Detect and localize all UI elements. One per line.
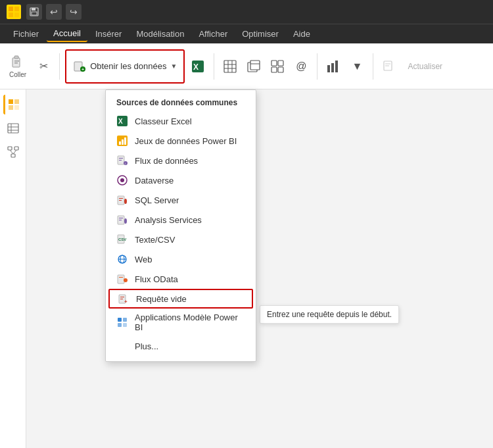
svg-rect-51 xyxy=(122,139,124,145)
paste-button[interactable]: Coller xyxy=(5,48,30,85)
svg-rect-27 xyxy=(278,67,283,72)
excel-label: Classeur Excel xyxy=(135,116,192,126)
canvas: Sources de données communes X Classeur E… xyxy=(26,89,493,448)
sidebar-report-icon[interactable] xyxy=(3,95,23,114)
svg-rect-2 xyxy=(9,12,13,17)
actualiser-button[interactable]: Actualiser xyxy=(402,59,448,74)
svg-rect-44 xyxy=(11,154,15,157)
separator-3 xyxy=(317,53,317,80)
menu-optimiser[interactable]: Optimiser xyxy=(235,26,285,41)
menu-fichier[interactable]: Fichier xyxy=(7,26,45,41)
svg-rect-0 xyxy=(9,7,13,11)
separator-4 xyxy=(373,53,373,80)
redo-button[interactable]: ↪ xyxy=(66,4,82,20)
apps-label: Applications Modèle Power BI xyxy=(135,312,245,332)
menu-aide[interactable]: Aide xyxy=(287,26,317,41)
dropdown-item-flux[interactable]: ↑ Flux de données xyxy=(106,151,256,170)
dropdown-section-title: Sources de données communes xyxy=(106,95,256,111)
menu-afficher[interactable]: Afficher xyxy=(192,26,234,41)
svg-rect-74 xyxy=(119,277,123,278)
refresh-icon[interactable] xyxy=(379,56,400,77)
svg-rect-83 xyxy=(123,323,127,327)
title-bar-actions: ↩ ↪ xyxy=(26,4,82,20)
separator-1 xyxy=(59,53,60,80)
menu-inserer[interactable]: Insérer xyxy=(89,26,128,41)
svg-rect-82 xyxy=(118,323,122,327)
apps-icon xyxy=(116,316,128,328)
svg-rect-38 xyxy=(8,124,18,133)
dropdown-item-powerbi[interactable]: Jeux de données Power BI xyxy=(106,131,256,151)
more-button[interactable]: ▼ xyxy=(346,56,367,77)
get-data-button[interactable]: + Obtenir les données ▼ xyxy=(65,49,185,84)
tooltip: Entrez une requête depuis le début. xyxy=(260,305,399,324)
svg-rect-30 xyxy=(335,61,338,72)
plus-label: Plus... xyxy=(135,341,158,351)
dropdown-item-requete[interactable]: + Requête vide xyxy=(108,289,253,309)
at-button[interactable]: @ xyxy=(291,56,312,77)
separator-2 xyxy=(214,53,214,80)
sidebar-model-icon[interactable] xyxy=(3,142,23,162)
dropdown-item-web[interactable]: Web xyxy=(106,249,256,269)
copy-table-button[interactable] xyxy=(243,56,264,77)
table-button[interactable] xyxy=(220,56,241,77)
plus-icon xyxy=(116,340,128,352)
svg-text:CSV: CSV xyxy=(118,237,126,241)
scissors-button[interactable]: ✂ xyxy=(33,56,54,77)
svg-text:X: X xyxy=(118,118,123,125)
svg-rect-50 xyxy=(119,141,121,145)
svg-rect-8 xyxy=(14,56,18,59)
svg-rect-29 xyxy=(331,63,334,72)
svg-rect-35 xyxy=(14,99,19,104)
dataverse-label: Dataverse xyxy=(135,176,174,186)
sidebar-data-icon[interactable] xyxy=(3,118,23,138)
odata-icon xyxy=(116,273,128,285)
sidebar xyxy=(0,89,26,448)
svg-rect-16 xyxy=(224,61,236,72)
svg-rect-43 xyxy=(14,147,18,150)
analysis-icon xyxy=(116,214,128,226)
svg-rect-55 xyxy=(119,160,122,161)
svg-rect-80 xyxy=(118,318,122,322)
svg-rect-34 xyxy=(9,99,13,104)
main-area: Sources de données communes X Classeur E… xyxy=(0,89,493,448)
svg-rect-37 xyxy=(14,105,19,110)
svg-rect-78 xyxy=(120,299,123,299)
svg-rect-5 xyxy=(32,8,35,11)
dropdown-item-apps[interactable]: Applications Modèle Power BI xyxy=(106,309,256,336)
menu-bar: Fichier Accueil Insérer Modélisation Aff… xyxy=(0,24,493,43)
dropdown-item-sql[interactable]: SQL Server xyxy=(106,190,256,210)
menu-accueil[interactable]: Accueil xyxy=(47,26,87,42)
svg-rect-22 xyxy=(250,61,260,70)
svg-text:X: X xyxy=(193,62,199,72)
grid-button[interactable] xyxy=(267,56,288,77)
title-bar: ↩ ↪ xyxy=(0,0,493,24)
dropdown-item-excel[interactable]: X Classeur Excel xyxy=(106,111,256,131)
dropdown-item-dataverse[interactable]: Dataverse xyxy=(106,170,256,190)
svg-text:↑: ↑ xyxy=(124,162,126,166)
svg-rect-10 xyxy=(14,62,18,64)
svg-rect-24 xyxy=(271,61,277,66)
svg-rect-62 xyxy=(119,200,122,201)
texte-icon: CSV xyxy=(116,234,128,245)
undo-button[interactable]: ↩ xyxy=(46,4,62,20)
svg-rect-52 xyxy=(124,137,126,145)
svg-rect-66 xyxy=(119,220,122,220)
svg-rect-54 xyxy=(119,158,123,159)
excel-button[interactable]: X xyxy=(187,56,208,77)
dataverse-icon xyxy=(116,174,128,186)
dropdown-item-plus[interactable]: Plus... xyxy=(106,336,256,356)
menu-modelisation[interactable]: Modélisation xyxy=(129,26,191,41)
svg-rect-42 xyxy=(8,147,12,150)
dropdown-item-analysis[interactable]: Analysis Services xyxy=(106,210,256,230)
dropdown-item-odata[interactable]: Flux OData xyxy=(106,269,256,289)
svg-rect-28 xyxy=(327,65,330,72)
visual-button[interactable] xyxy=(323,56,344,77)
sql-label: SQL Server xyxy=(135,195,179,205)
texte-label: Texte/CSV xyxy=(135,235,175,245)
save-button[interactable] xyxy=(26,4,42,20)
svg-text:+: + xyxy=(82,67,84,72)
svg-rect-65 xyxy=(119,218,123,218)
svg-line-46 xyxy=(13,150,16,154)
dropdown-item-texte[interactable]: CSV Texte/CSV xyxy=(106,230,256,249)
svg-rect-6 xyxy=(32,12,37,15)
